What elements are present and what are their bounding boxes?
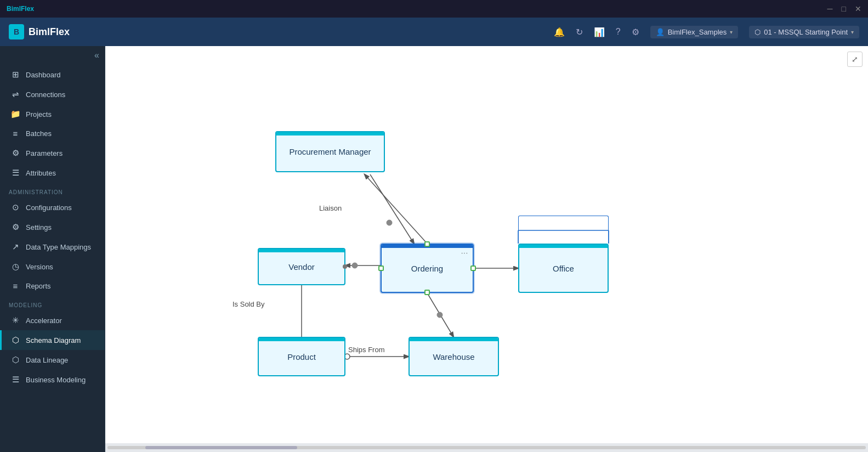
node-top-bar	[276, 132, 384, 135]
batches-icon: ≡	[10, 129, 20, 138]
business-modeling-icon: ☰	[10, 375, 20, 385]
user-icon: 👤	[656, 28, 665, 36]
node-label-vendor: Vendor	[288, 262, 315, 272]
office-node-group: Office	[518, 216, 609, 293]
expand-icon: ⤢	[852, 55, 858, 64]
project-icon: ⬡	[754, 28, 761, 36]
header-actions: 🔔 ↻ 📊 ? ⚙ 👤 BimlFlex_Samples ▾ ⬡ 01 - MS…	[554, 26, 859, 38]
sidebar-item-parameters[interactable]: ⚙ Parameters	[0, 143, 105, 163]
node-procurement-manager[interactable]: Procurement Manager	[275, 131, 385, 172]
refresh-icon[interactable]: ↻	[576, 27, 583, 37]
sidebar-item-dashboard[interactable]: ⊞ Dashboard	[0, 65, 105, 84]
user-selector[interactable]: 👤 BimlFlex_Samples ▾	[650, 26, 739, 38]
node-label-office: Office	[553, 264, 574, 273]
section-label-modeling: Modeling	[0, 296, 105, 310]
header-logo: B BimlFlex	[9, 24, 70, 39]
handle-ordering-left[interactable]	[378, 265, 384, 271]
svg-point-6	[352, 263, 358, 268]
sidebar-item-schema-diagram[interactable]: ⬡ Schema Diagram	[0, 330, 105, 350]
sidebar-label-batches: Batches	[26, 129, 52, 138]
sidebar-label-schema-diagram: Schema Diagram	[26, 336, 81, 344]
diagram-canvas[interactable]: Liaison Is Sold By	[105, 46, 868, 452]
header-app-name: BimlFlex	[29, 26, 70, 38]
schema-diagram-icon: ⬡	[10, 335, 20, 345]
title-bar: BimlFlex ─ □ ✕	[0, 0, 868, 18]
title-bar-logo: BimlFlex	[7, 5, 34, 13]
data-type-mappings-icon: ↗	[10, 242, 20, 252]
configurations-icon: ⊙	[10, 202, 20, 212]
sidebar-item-data-lineage[interactable]: ⬡ Data Lineage	[0, 350, 105, 370]
sidebar-item-attributes[interactable]: ☰ Attributes	[0, 163, 105, 183]
title-bar-controls: ─ □ ✕	[827, 4, 861, 13]
sidebar-item-reports[interactable]: ≡ Reports	[0, 276, 105, 296]
sidebar-item-accelerator[interactable]: ✳ Accelerator	[0, 310, 105, 330]
sidebar-label-attributes: Attributes	[26, 169, 56, 177]
sidebar-label-connections: Connections	[26, 91, 65, 99]
svg-line-8	[427, 293, 453, 337]
project-selector[interactable]: ⬡ 01 - MSSQL Starting Point ▾	[749, 26, 859, 38]
sidebar-item-configurations[interactable]: ⊙ Configurations	[0, 197, 105, 217]
sidebar-item-batches[interactable]: ≡ Batches	[0, 124, 105, 143]
help-icon[interactable]: ?	[616, 27, 621, 37]
horizontal-scrollbar[interactable]	[105, 443, 868, 452]
handle-ordering-bottom[interactable]	[424, 290, 430, 295]
expand-button[interactable]: ⤢	[847, 52, 863, 67]
accelerator-icon: ✳	[10, 315, 20, 325]
node-vendor[interactable]: Vendor	[258, 248, 345, 285]
node-label-warehouse: Warehouse	[433, 352, 474, 361]
sidebar-label-accelerator: Accelerator	[26, 317, 62, 325]
title-bar-app-name: BimlFlex	[7, 5, 34, 13]
stats-icon[interactable]: 📊	[594, 27, 605, 37]
node-top-bar	[259, 249, 344, 252]
svg-text:Ships From: Ships From	[348, 346, 384, 354]
maximize-button[interactable]: □	[842, 4, 846, 13]
settings-icon[interactable]: ⚙	[632, 27, 639, 37]
scrollbar-track	[107, 446, 866, 449]
svg-line-1	[365, 174, 427, 244]
sidebar-item-connections[interactable]: ⇌ Connections	[0, 84, 105, 104]
sidebar: « ⊞ Dashboard ⇌ Connections 📁 Projects ≡…	[0, 46, 105, 452]
connections-icon: ⇌	[10, 89, 20, 99]
sidebar-item-settings[interactable]: ⚙ Settings	[0, 217, 105, 237]
sidebar-label-projects: Projects	[26, 110, 52, 118]
sidebar-item-versions[interactable]: ◷ Versions	[0, 257, 105, 276]
svg-point-4	[387, 220, 392, 225]
collapse-button[interactable]: «	[94, 50, 99, 60]
node-warehouse[interactable]: Warehouse	[409, 337, 499, 376]
sidebar-collapse: «	[0, 46, 105, 65]
node-office[interactable]: Office	[518, 244, 609, 293]
scrollbar-thumb[interactable]	[145, 446, 297, 449]
attributes-icon: ☰	[10, 168, 20, 178]
svg-text:Liaison: Liaison	[319, 204, 342, 212]
node-label-product: Product	[287, 352, 316, 361]
node-product[interactable]: Product	[258, 337, 345, 376]
sidebar-label-data-type-mappings: Data Type Mappings	[26, 243, 91, 251]
notification-icon[interactable]: 🔔	[554, 27, 565, 37]
sidebar-label-versions: Versions	[26, 263, 53, 271]
minimize-button[interactable]: ─	[827, 4, 833, 13]
sidebar-item-business-modeling[interactable]: ☰ Business Modeling	[0, 370, 105, 389]
handle-vendor-right	[343, 264, 347, 269]
sidebar-item-data-type-mappings[interactable]: ↗ Data Type Mappings	[0, 237, 105, 257]
node-ordering[interactable]: ··· Ordering	[381, 244, 474, 293]
sidebar-label-data-lineage: Data Lineage	[26, 356, 68, 364]
svg-text:Is Sold By: Is Sold By	[232, 300, 265, 308]
sidebar-label-configurations: Configurations	[26, 204, 72, 212]
handle-ordering-top[interactable]	[424, 241, 430, 247]
user-name: BimlFlex_Samples	[668, 28, 727, 36]
sidebar-label-dashboard: Dashboard	[26, 71, 61, 79]
node-top-bar	[519, 245, 608, 248]
section-label-administration: Administration	[0, 183, 105, 197]
handle-ordering-right[interactable]	[470, 265, 476, 271]
office-top-box	[518, 216, 609, 244]
versions-icon: ◷	[10, 262, 20, 272]
project-chevron: ▾	[851, 29, 854, 35]
node-label-ordering: Ordering	[411, 264, 443, 273]
user-chevron: ▾	[730, 29, 733, 35]
content-area: Liaison Is Sold By	[105, 46, 868, 452]
sidebar-item-projects[interactable]: 📁 Projects	[0, 104, 105, 124]
node-ordering-menu[interactable]: ···	[461, 249, 468, 257]
svg-point-9	[437, 312, 442, 318]
close-button[interactable]: ✕	[855, 4, 861, 13]
header: B BimlFlex 🔔 ↻ 📊 ? ⚙ 👤 BimlFlex_Samples …	[0, 18, 868, 46]
